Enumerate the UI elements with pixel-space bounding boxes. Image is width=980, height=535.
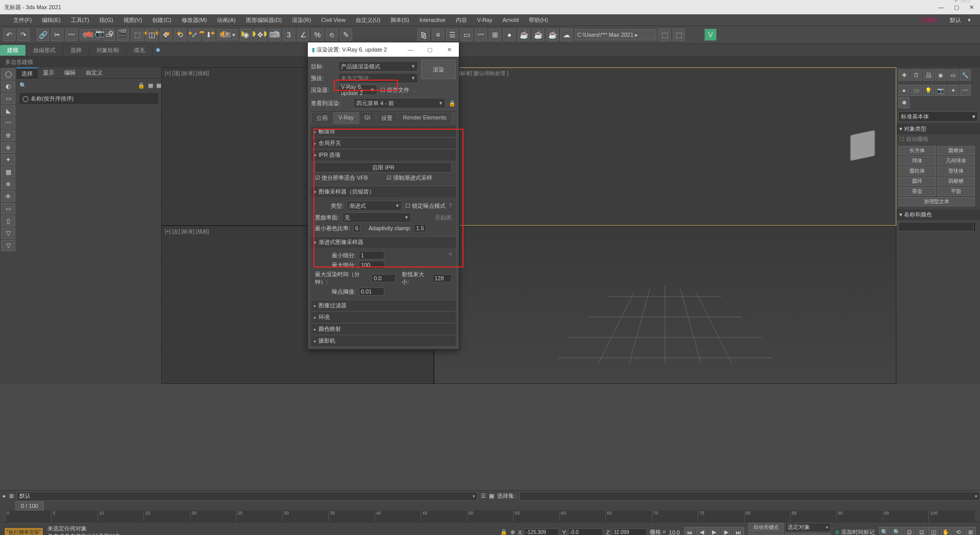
unlink-button[interactable]: ✂ [51, 29, 63, 41]
menu-customize[interactable]: 自定义(U) [351, 16, 385, 24]
menu-views[interactable]: 视图(V) [118, 16, 148, 24]
goto-end-button[interactable]: ⏭ [733, 527, 744, 536]
rollout-global-switches[interactable]: 全局开关 [311, 138, 456, 149]
teapot-icon[interactable]: 🫖 [84, 29, 93, 38]
box-button[interactable]: 长方体 [898, 146, 936, 155]
create-cameras-icon[interactable]: 📷 [935, 85, 946, 96]
min-subdiv-spinner[interactable]: 1 [359, 251, 384, 259]
snap-toggle-button[interactable]: 3 [283, 29, 295, 41]
project-path-display[interactable]: C:\Users\*** Max 2021 ▸ [575, 29, 656, 40]
rollout-progressive-sampler[interactable]: 渐进式图像采样器 [311, 237, 456, 248]
max-subdiv-spinner[interactable]: 100 [359, 261, 384, 269]
orbit-icon[interactable]: ⟲ [952, 527, 964, 536]
tab-render-elements[interactable]: Render Elements [398, 112, 452, 125]
max-render-time-spinner[interactable]: 0.0 [372, 274, 396, 282]
dialog-minimize-button[interactable]: — [401, 42, 420, 57]
zoom-extents-all-icon[interactable]: ⊡ [916, 527, 927, 536]
create-helpers-icon[interactable]: ✦ [947, 85, 959, 96]
menu-arnold[interactable]: Arnold [498, 17, 524, 23]
create-tab-icon[interactable]: ✚ [898, 69, 910, 81]
sun3-icon[interactable]: ● [163, 29, 173, 38]
display-hidden-icon[interactable]: 👁 [1, 191, 15, 202]
edit-named-sel-button[interactable]: ✎ [340, 29, 352, 41]
lock-icon[interactable]: 🔒 [138, 82, 145, 89]
display-cameras-icon[interactable]: 〰 [1, 117, 15, 129]
autokey-button[interactable]: 自动关键点 [748, 523, 784, 532]
camera-icon[interactable]: 📷 [95, 29, 104, 38]
display-lights-icon[interactable]: ◣ [1, 105, 15, 116]
cylinder-button[interactable]: 圆柱体 [898, 166, 936, 176]
film-icon[interactable]: 🎬 [117, 29, 127, 38]
rollout-object-type[interactable]: ▾ 对象类型 [896, 124, 980, 134]
scene-tab-customize[interactable]: 自定义 [81, 67, 108, 78]
sampler-type-dropdown[interactable]: 渐进式▼ [347, 201, 402, 211]
force-progressive-checkbox[interactable]: ☑ 强制渐进式采样 [386, 174, 432, 182]
vray-toolbar2-button[interactable]: ⬚ [673, 29, 685, 41]
pyramid-button[interactable]: 四棱锥 [937, 177, 975, 186]
ribbon-tab-selection[interactable]: 选择 [63, 45, 89, 56]
search-icon[interactable]: 🔍 [19, 82, 27, 89]
zoom-icon[interactable]: 🔍 [879, 527, 890, 536]
motion-tab-icon[interactable]: ◉ [935, 69, 946, 81]
autogrid-checkbox[interactable]: ☐ 自动栅格 [896, 134, 980, 144]
vray-toolbar1-button[interactable]: ⬚ [658, 29, 671, 41]
save-file-browse-button[interactable]: … [412, 87, 418, 93]
display-all-icon[interactable]: ◯ [1, 68, 15, 80]
timeline-ruler[interactable]: 0510152025303540455055606570758085909510… [5, 510, 975, 522]
geosphere-button[interactable]: 几何球体 [937, 156, 975, 165]
menu-render[interactable]: 渲染(R) [287, 16, 316, 24]
dialog-close-button[interactable]: ✕ [439, 42, 459, 57]
display-groups-icon[interactable]: ▭ [1, 203, 15, 214]
plane-button[interactable]: 平面 [937, 187, 975, 196]
sampler-help-icon[interactable]: ? [449, 203, 452, 209]
create-subcategory-dropdown[interactable]: 标准基本体▾ [898, 111, 978, 121]
lock-view-icon[interactable]: 🔒 [449, 100, 456, 107]
adaptivity-spinner[interactable]: 1.5 [414, 224, 426, 232]
noise-threshold-spinner[interactable]: 0.01 [359, 287, 384, 296]
absolute-mode-icon[interactable]: ⊕ [510, 529, 515, 535]
material-editor-button[interactable]: ● [503, 29, 516, 41]
rollout-image-filter[interactable]: 图像过滤器 [311, 300, 456, 311]
fit-vfb-checkbox[interactable]: ☑ 使分辨率适合 VFB [315, 174, 368, 182]
align-button[interactable]: ≡ [432, 29, 444, 41]
layer-dropdown[interactable]: 默认▾ [17, 492, 478, 501]
sun6-icon[interactable]: ☂ [197, 29, 206, 38]
coord-z-input[interactable] [612, 528, 647, 536]
workspace-selector[interactable]: 工作区: 默认 ▾ [910, 16, 976, 24]
add-time-tag[interactable]: 添加时间标记 [841, 529, 875, 535]
display-influences-icon[interactable]: ▽ [1, 240, 15, 251]
menu-graph-editors[interactable]: 图形编辑器(D) [241, 16, 287, 24]
expand-icon[interactable]: ◯ [22, 95, 29, 102]
create-systems-icon[interactable]: ✱ [898, 97, 910, 108]
ribbon-tab-object-paint[interactable]: 对象绘制 [89, 45, 127, 56]
layer-manager-icon[interactable]: ☰ [481, 493, 486, 499]
lock-noise-checkbox[interactable]: ☐ 锁定噪点模式 [405, 202, 446, 210]
menu-file[interactable]: 文件(F) [8, 16, 37, 24]
display-spacewarps-icon[interactable]: ※ [1, 142, 15, 153]
tab-settings[interactable]: 设置 [376, 112, 398, 125]
render-production-button[interactable]: ☕ [546, 29, 558, 41]
time-slider[interactable]: 0 / 100 [15, 501, 44, 510]
max-toggle-icon[interactable]: ⊞ [965, 527, 976, 536]
help-icon[interactable]: ? [272, 29, 281, 38]
fov-icon[interactable]: ◫ [928, 527, 939, 536]
preset-dropdown[interactable]: 未选定预设▼ [338, 73, 418, 83]
tube-button[interactable]: 管状体 [937, 166, 975, 176]
scene-name-header[interactable]: ◯ 名称(按升序排序) ▶ 冻结 [19, 93, 158, 104]
window-maximize-button[interactable]: ▢ [954, 4, 959, 11]
percent-snap-button[interactable]: % [311, 29, 324, 41]
menu-civil-view[interactable]: Civil View [316, 17, 350, 23]
tab-vray[interactable]: V-Ray [333, 112, 359, 125]
key-object-dropdown[interactable]: 选定对象▾ [785, 523, 831, 532]
redo-button[interactable]: ↷ [17, 29, 30, 41]
pan-icon[interactable]: ✋ [940, 527, 951, 536]
scene-tab-select[interactable]: 选择 [16, 67, 38, 78]
sphere-button[interactable]: 球体 [898, 156, 936, 165]
menu-interactive[interactable]: Interactive [414, 17, 451, 23]
display-containers-icon[interactable]: ▦ [1, 166, 15, 178]
display-bone-icon[interactable]: ✦ [1, 154, 15, 165]
create-geometry-icon[interactable]: ● [898, 85, 910, 96]
render-button[interactable]: 渲染 [421, 60, 456, 79]
rollout-environment[interactable]: 环境 [311, 312, 456, 323]
torus-button[interactable]: 圆环 [898, 177, 936, 186]
